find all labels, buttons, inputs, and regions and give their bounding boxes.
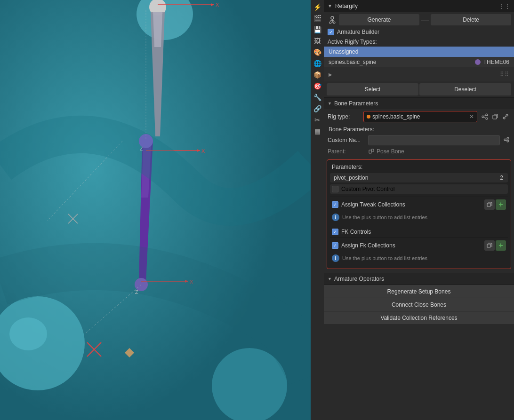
panel-collapse-icon[interactable]: ▼: [328, 3, 332, 8]
fk-controls-checkbox[interactable]: ✓: [332, 229, 338, 235]
rig-type-value: spines.basic_spine: [372, 113, 420, 120]
assign-fk-info-row: i Use the plus button to add list entrie…: [330, 253, 508, 266]
bone-parameters-section[interactable]: ▼ Bone Parameters: [324, 97, 514, 109]
active-rigify-types-label: Active Rigify Types:: [324, 37, 514, 47]
svg-text:X: X: [216, 2, 219, 8]
assign-tweak-add-btn[interactable]: +: [496, 199, 506, 210]
parent-value: Pose Bone: [368, 148, 404, 155]
assign-tweak-info-row: i Use the plus button to add list entrie…: [330, 212, 508, 225]
svg-line-39: [484, 115, 486, 116]
svg-point-37: [486, 114, 488, 116]
custom-name-row: Custom Na...: [324, 134, 514, 147]
toolbar-save-icon[interactable]: 💾: [312, 24, 322, 35]
svg-point-34: [329, 22, 331, 24]
toolbar-link-icon[interactable]: 🔗: [312, 103, 322, 114]
spine-right: THEME06: [475, 59, 509, 65]
assign-fk-icons: +: [484, 240, 506, 251]
unassigned-label: Unassigned: [329, 48, 358, 55]
list-item-empty: ▶ ⠿⠿: [324, 67, 514, 81]
svg-line-40: [484, 117, 486, 118]
svg-line-47: [506, 139, 507, 139]
svg-rect-51: [487, 203, 490, 206]
play-icon: ▶: [329, 72, 332, 77]
toolbar-wrench-icon[interactable]: 🔧: [312, 92, 322, 103]
rig-type-dot: [367, 115, 370, 119]
theme-label: THEME06: [483, 59, 509, 65]
bone-params-collapse-icon: ▼: [328, 101, 332, 106]
assign-fk-checkbox[interactable]: ✓: [332, 242, 338, 249]
list-item-spine[interactable]: spines.basic_spine THEME06: [324, 57, 514, 67]
assign-tweak-info-text: Use the plus button to add list entries: [342, 214, 427, 220]
assign-tweak-copy-btn[interactable]: [484, 199, 495, 210]
bone-parameters-label: Bone Parameters: [334, 100, 378, 107]
armature-icon: [327, 14, 338, 25]
custom-name-icon[interactable]: [503, 136, 510, 145]
armature-builder-row: ✓ Armature Builder: [324, 27, 514, 37]
svg-point-44: [504, 139, 506, 141]
armature-operators-header[interactable]: ▼ Armature Operators: [324, 273, 514, 285]
toolbar-scissors-icon[interactable]: ✂: [312, 115, 322, 125]
custom-pivot-label: Custom Pivot Control: [341, 186, 394, 192]
toolbar-scene-icon[interactable]: 🎬: [312, 13, 322, 24]
assign-fk-add-btn[interactable]: +: [496, 240, 506, 251]
viewport[interactable]: X Z X Z X: [0, 0, 311, 420]
select-button[interactable]: Select: [327, 83, 418, 95]
custom-pivot-row[interactable]: Custom Pivot Control: [330, 184, 508, 194]
rig-type-label: Rig type:: [328, 113, 361, 120]
fk-controls-row: ✓ FK Controls: [330, 227, 508, 237]
toolbar-globe-icon[interactable]: 🌐: [312, 58, 322, 69]
fk-controls-label: FK Controls: [341, 229, 506, 235]
rig-icons: [480, 112, 510, 121]
armature-builder-label: Armature Builder: [337, 29, 379, 35]
toolbar-target-icon[interactable]: 🎯: [312, 81, 322, 91]
rig-type-text: spines.basic_spine: [367, 113, 420, 120]
assign-tweak-checkbox[interactable]: ✓: [332, 201, 338, 208]
rig-type-copy-icon[interactable]: [490, 112, 500, 121]
validate-collection-button[interactable]: Validate Collection References: [324, 311, 514, 324]
toolbar-image-icon[interactable]: 🖼: [312, 36, 322, 46]
svg-point-46: [507, 140, 509, 142]
assign-fk-copy-btn[interactable]: [484, 240, 495, 251]
assign-tweak-icons: +: [484, 199, 506, 210]
rig-type-node-icon[interactable]: [480, 112, 490, 121]
delete-button[interactable]: Delete: [431, 14, 511, 25]
pivot-position-row[interactable]: pivot_position 2: [330, 173, 508, 182]
svg-rect-50: [371, 149, 374, 151]
custom-name-input[interactable]: [368, 135, 500, 145]
rig-type-link-icon[interactable]: [501, 112, 510, 121]
deselect-button[interactable]: Deselect: [419, 83, 511, 95]
armature-operators-section: ▼ Armature Operators Regenerate Setup Bo…: [324, 273, 514, 324]
svg-marker-10: [153, 12, 162, 47]
svg-point-31: [331, 16, 334, 19]
assign-fk-label: Assign Fk Collections: [341, 242, 482, 249]
armature-builder-checkbox[interactable]: ✓: [328, 29, 334, 35]
pivot-position-label: pivot_position: [332, 174, 500, 181]
parameters-box: Parameters: pivot_position 2 Custom Pivo…: [327, 159, 511, 269]
svg-point-36: [482, 116, 484, 118]
armature-operators-label: Armature Operators: [334, 276, 384, 282]
parent-label: Parent:: [328, 148, 365, 155]
rig-type-clear[interactable]: ✕: [469, 113, 474, 120]
rig-type-input[interactable]: spines.basic_spine ✕: [363, 111, 477, 122]
minus-icon: —: [420, 14, 430, 25]
custom-pivot-checkbox[interactable]: [332, 186, 338, 192]
generate-button[interactable]: Generate: [339, 14, 419, 25]
regenerate-setup-bones-button[interactable]: Regenerate Setup Bones: [324, 285, 514, 298]
assign-tweak-label: Assign Tweak Collections: [341, 201, 482, 208]
toolbar-color-icon[interactable]: 🎨: [312, 47, 322, 57]
info-icon-2: i: [332, 254, 339, 262]
connect-close-bones-button[interactable]: Connect Close Bones: [324, 298, 514, 311]
toolbar-checker-icon[interactable]: ▦: [312, 126, 322, 136]
svg-point-2: [9, 317, 47, 350]
drag-dots: ⠿⠿: [500, 71, 509, 78]
toolbar-retargify-icon[interactable]: ⚡: [312, 2, 322, 12]
bone-params-section-label: Bone Parameters:: [324, 124, 514, 134]
panel-options-icon[interactable]: ⋮⋮: [498, 2, 510, 10]
sel-desel-row: Select Deselect: [324, 81, 514, 97]
right-panel: ▼ Retargify ⋮⋮ Generate — Delete ✓ Armat…: [324, 0, 514, 420]
list-item-unassigned[interactable]: Unassigned: [324, 47, 514, 57]
svg-line-48: [506, 140, 507, 141]
toolbar-box-icon[interactable]: 📦: [312, 70, 322, 80]
svg-point-45: [507, 137, 509, 139]
custom-name-label: Custom Na...: [328, 137, 365, 143]
